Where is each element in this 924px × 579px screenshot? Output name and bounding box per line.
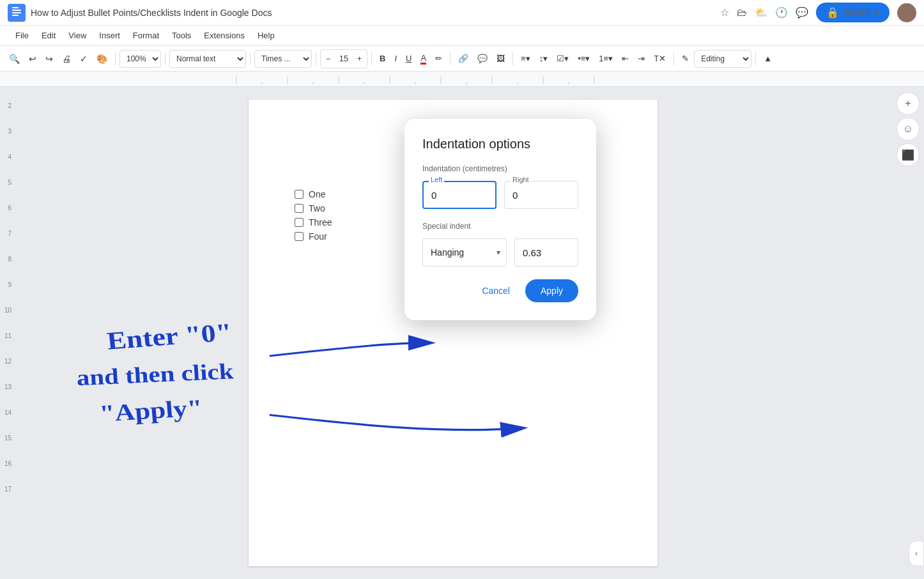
comment-button[interactable]: 💬 bbox=[474, 50, 491, 68]
underline-button[interactable]: U bbox=[402, 50, 415, 68]
svg-rect-4 bbox=[0, 72, 924, 87]
separator-7 bbox=[512, 52, 513, 65]
increase-font-button[interactable]: + bbox=[353, 50, 366, 68]
menu-help[interactable]: Help bbox=[252, 28, 280, 43]
special-indent-label: Special indent bbox=[422, 222, 578, 231]
collapse-panel-button[interactable]: ‹ bbox=[909, 541, 924, 566]
checkbox-2[interactable] bbox=[295, 204, 304, 213]
ruler bbox=[0, 72, 924, 87]
svg-rect-1 bbox=[12, 10, 21, 11]
checklist-label-2: Two bbox=[309, 203, 325, 213]
checklist-label-4: Four bbox=[309, 231, 327, 242]
special-indent-select[interactable]: Hanging None First line bbox=[422, 238, 507, 266]
special-indent-value-input[interactable] bbox=[514, 238, 578, 266]
right-sidebar: + ☺ ⬛ bbox=[892, 87, 924, 579]
toolbar: 🔍 ↩ ↪ 🖨 ✓ 🎨 100% Normal text Times ... −… bbox=[0, 46, 924, 72]
separator-4 bbox=[316, 52, 316, 65]
checkbox-3[interactable] bbox=[295, 218, 304, 227]
line-spacing-button[interactable]: ↕▾ bbox=[535, 50, 552, 68]
history-icon[interactable]: 🕐 bbox=[775, 6, 788, 19]
modal-section-label: Indentation (centimetres) bbox=[422, 164, 578, 173]
special-indent-row: Hanging None First line ▾ bbox=[422, 238, 578, 266]
separator-2 bbox=[165, 52, 166, 65]
collapse-toolbar-button[interactable]: ▲ bbox=[760, 50, 776, 68]
undo-button[interactable]: ↩ bbox=[25, 50, 40, 68]
decrease-indent-button[interactable]: ⇤ bbox=[618, 50, 633, 68]
decrease-font-button[interactable]: − bbox=[322, 50, 334, 68]
cancel-button[interactable]: Cancel bbox=[474, 281, 518, 301]
emoji-icon: ☺ bbox=[903, 123, 913, 135]
menu-view[interactable]: View bbox=[63, 28, 91, 43]
menu-insert[interactable]: Insert bbox=[94, 28, 125, 43]
comment-icon[interactable]: 💬 bbox=[796, 6, 808, 19]
svg-text:Enter "0": Enter "0" bbox=[105, 318, 233, 355]
numbered-list-button[interactable]: 1≡▾ bbox=[595, 50, 617, 68]
increase-indent-button[interactable]: ⇥ bbox=[634, 50, 649, 68]
bold-button[interactable]: B bbox=[376, 50, 389, 68]
add-content-button[interactable]: + bbox=[897, 92, 920, 115]
folder-icon[interactable]: 🗁 bbox=[737, 7, 747, 19]
document-title: How to Adjust Bullet Points/Checklists I… bbox=[31, 8, 715, 18]
dropdown-arrow: ▾ bbox=[874, 6, 879, 19]
menu-file[interactable]: File bbox=[10, 28, 34, 43]
font-select[interactable]: Times ... bbox=[254, 50, 312, 68]
left-indent-input[interactable] bbox=[422, 181, 497, 209]
separator-1 bbox=[115, 52, 116, 65]
right-label: Right bbox=[511, 176, 531, 183]
checklist-label-3: Three bbox=[309, 217, 332, 228]
edit-pencil-button[interactable]: ✎ bbox=[678, 50, 693, 68]
checklist-label-1: One bbox=[309, 189, 325, 199]
plus-icon: + bbox=[905, 98, 911, 109]
svg-rect-0 bbox=[12, 7, 19, 8]
paragraph-style-select[interactable]: Normal text bbox=[169, 50, 246, 68]
svg-rect-3 bbox=[12, 15, 19, 16]
checkbox-4[interactable] bbox=[295, 232, 304, 241]
align-button[interactable]: ≡▾ bbox=[517, 50, 534, 68]
emoji-button[interactable]: ☺ bbox=[897, 118, 920, 141]
checkbox-1[interactable] bbox=[295, 190, 304, 199]
image-icon: ⬛ bbox=[902, 149, 914, 161]
separator-9 bbox=[755, 52, 756, 65]
menu-extensions[interactable]: Extensions bbox=[199, 28, 250, 43]
text-color-button[interactable]: A bbox=[417, 50, 430, 68]
special-indent-section: Special indent Hanging None First line ▾ bbox=[422, 222, 578, 266]
checklist-button[interactable]: ☑▾ bbox=[553, 50, 573, 68]
app-icon bbox=[8, 4, 26, 22]
share-button[interactable]: 🔒 Share ▾ bbox=[816, 3, 889, 22]
image-insert-button[interactable]: ⬛ bbox=[897, 143, 920, 166]
separator-3 bbox=[250, 52, 250, 65]
menu-format[interactable]: Format bbox=[128, 28, 164, 43]
left-margin: 2 3 4 5 6 7 8 9 10 11 12 13 14 15 16 17 bbox=[0, 87, 14, 579]
menu-edit[interactable]: Edit bbox=[36, 28, 61, 43]
spellcheck-button[interactable]: ✓ bbox=[76, 50, 91, 68]
apply-button[interactable]: Apply bbox=[525, 279, 578, 302]
star-icon[interactable]: ☆ bbox=[720, 6, 729, 19]
font-size-input[interactable] bbox=[335, 51, 353, 66]
paint-format-button[interactable]: 🎨 bbox=[93, 50, 111, 68]
print-button[interactable]: 🖨 bbox=[58, 50, 75, 68]
clear-format-button[interactable]: T✕ bbox=[650, 50, 670, 68]
image-button[interactable]: 🖼 bbox=[493, 50, 509, 68]
editing-mode-select[interactable]: Editing bbox=[694, 50, 751, 68]
title-bar-actions: ☆ 🗁 ⛅ 🕐 💬 🔒 Share ▾ bbox=[720, 3, 916, 22]
modal-title: Indentation options bbox=[422, 137, 578, 151]
search-button[interactable]: 🔍 bbox=[5, 50, 24, 68]
left-indent-wrapper: Left bbox=[422, 181, 497, 209]
zoom-select[interactable]: 100% bbox=[119, 50, 161, 68]
bullet-list-button[interactable]: •≡▾ bbox=[574, 50, 594, 68]
title-bar: How to Adjust Bullet Points/Checklists I… bbox=[0, 0, 924, 26]
special-select-wrapper: Hanging None First line ▾ bbox=[422, 238, 507, 266]
modal-actions: Cancel Apply bbox=[422, 279, 578, 302]
menu-tools[interactable]: Tools bbox=[167, 28, 196, 43]
avatar bbox=[897, 3, 916, 22]
separator-8 bbox=[674, 52, 674, 65]
italic-button[interactable]: I bbox=[390, 50, 401, 68]
right-indent-input[interactable] bbox=[504, 181, 578, 209]
lock-icon: 🔒 bbox=[826, 6, 839, 19]
highlight-button[interactable]: ✏ bbox=[431, 50, 446, 68]
cloud-icon[interactable]: ⛅ bbox=[755, 6, 767, 19]
redo-button[interactable]: ↪ bbox=[42, 50, 57, 68]
separator-5 bbox=[371, 52, 372, 65]
content-area: 2 3 4 5 6 7 8 9 10 11 12 13 14 15 16 17 … bbox=[0, 87, 924, 579]
link-button[interactable]: 🔗 bbox=[454, 50, 472, 68]
